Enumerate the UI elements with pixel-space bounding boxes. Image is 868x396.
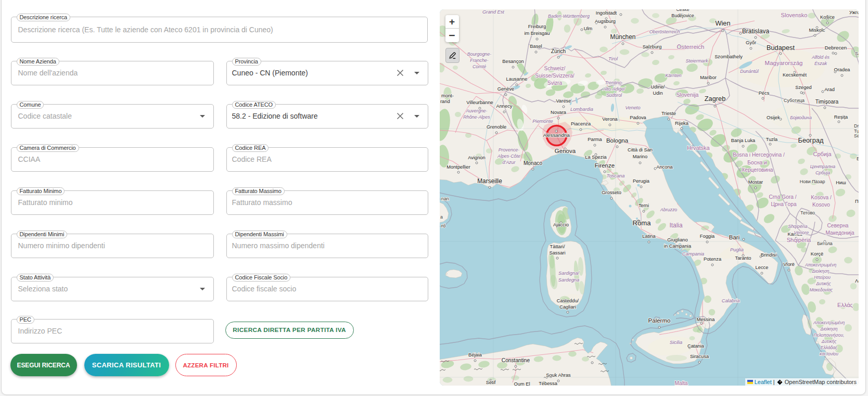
svg-text:Timișoara: Timișoara bbox=[815, 99, 839, 105]
svg-text:Cagliari: Cagliari bbox=[559, 304, 576, 310]
svg-text:Δυτικής: Δυτικής bbox=[821, 339, 837, 344]
svg-text:Banja Luka: Banja Luka bbox=[731, 138, 756, 143]
svg-text:Auvergne-: Auvergne- bbox=[466, 108, 488, 113]
svg-text:Miskolc: Miskolc bbox=[809, 28, 825, 33]
svg-text:Catania: Catania bbox=[687, 343, 705, 349]
svg-text:Montpellier: Montpellier bbox=[446, 164, 470, 170]
svg-text:Besançon: Besançon bbox=[502, 59, 524, 64]
svg-text:Μακεδονίας: Μακεδονίας bbox=[810, 287, 833, 292]
svg-text:Salzburg: Salzburg bbox=[643, 44, 662, 49]
svg-text:Città di San: Città di San bbox=[628, 147, 653, 152]
svg-text:Osijek: Osijek bbox=[767, 115, 780, 120]
svg-text:Ceske: Ceske bbox=[676, 9, 689, 12]
svg-text:Pécs: Pécs bbox=[759, 91, 770, 96]
svg-text:Tirol: Tirol bbox=[608, 56, 618, 61]
svg-text:Verona: Verona bbox=[602, 117, 618, 122]
svg-text:Marseille: Marseille bbox=[477, 177, 502, 185]
svg-text:Potenza: Potenza bbox=[704, 257, 722, 262]
svg-text:Drob: Drob bbox=[854, 123, 859, 129]
svg-text:Ajaccio: Ajaccio bbox=[553, 222, 569, 227]
svg-text:Padova: Padova bbox=[630, 115, 646, 120]
svg-text:Szeged: Szeged bbox=[795, 85, 812, 90]
svg-text:Parma: Parma bbox=[588, 137, 602, 142]
svg-text:Crna Gora /: Crna Gora / bbox=[769, 194, 796, 200]
svg-text:Perugia: Perugia bbox=[633, 178, 650, 184]
svg-text:Αποκεντρωμένη: Αποκεντρωμένη bbox=[805, 262, 837, 267]
svg-text:Toscana: Toscana bbox=[607, 173, 625, 178]
svg-text:Foggia: Foggia bbox=[700, 234, 715, 239]
svg-text:Србија: Србија bbox=[813, 151, 832, 157]
svg-text:Casteddu/: Casteddu/ bbox=[557, 298, 579, 303]
svg-text:Genève: Genève bbox=[497, 86, 515, 92]
svg-text:Roma: Roma bbox=[632, 219, 651, 227]
svg-text:Суботица: Суботица bbox=[784, 98, 805, 103]
svg-text:Piacenza: Piacenza bbox=[571, 121, 591, 126]
svg-text:Alföld és: Alföld és bbox=[811, 55, 830, 60]
svg-text:Централна: Централна bbox=[810, 164, 835, 169]
svg-text:Magyarország: Magyarország bbox=[765, 60, 803, 66]
svg-text:Македонија: Македонија bbox=[825, 230, 854, 236]
svg-text:Bosna i Hercegovina /: Bosna i Hercegovina / bbox=[733, 152, 785, 158]
svg-text:Schweiz/: Schweiz/ bbox=[544, 66, 566, 71]
svg-text:Alessandria: Alessandria bbox=[543, 132, 570, 138]
svg-text:Sassari: Sassari bbox=[549, 250, 565, 256]
svg-text:Košice: Košice bbox=[820, 15, 835, 20]
svg-text:mont-: mont- bbox=[441, 93, 454, 98]
svg-text:Veriore: Veriore bbox=[794, 230, 809, 235]
svg-text:Bourgogne-: Bourgogne- bbox=[467, 52, 491, 57]
svg-text:Avignon: Avignon bbox=[468, 155, 485, 160]
svg-text:Kecskemét: Kecskemét bbox=[783, 72, 807, 78]
svg-text:Trentino-: Trentino- bbox=[605, 80, 623, 85]
svg-text:Бојводина: Бојводина bbox=[790, 115, 812, 120]
svg-text:Piemonte: Piemonte bbox=[532, 119, 553, 124]
svg-text:Giugliano: Giugliano bbox=[667, 237, 687, 242]
svg-text:Босна и: Босна и bbox=[747, 160, 767, 165]
svg-text:Campania: Campania bbox=[682, 251, 704, 257]
svg-text:Србија: Србија bbox=[815, 170, 830, 175]
svg-text:Südtirol: Südtirol bbox=[606, 93, 622, 98]
svg-text:Lausanne: Lausanne bbox=[506, 76, 528, 82]
svg-text:Tuzla: Tuzla bbox=[766, 137, 778, 142]
svg-text:Bari: Bari bbox=[729, 234, 739, 240]
svg-text:Provence-: Provence- bbox=[499, 147, 519, 152]
svg-text:Hrvatska: Hrvatska bbox=[687, 145, 710, 151]
svg-text:Terni: Terni bbox=[639, 203, 649, 208]
svg-text:Grenoble: Grenoble bbox=[487, 124, 506, 130]
svg-text:Alto Adige/: Alto Adige/ bbox=[603, 86, 626, 92]
svg-text:Lecce: Lecce bbox=[756, 265, 769, 270]
svg-text:Kosova /: Kosova / bbox=[811, 195, 832, 200]
svg-text:Ulm: Ulm bbox=[584, 26, 593, 31]
svg-text:Svizra: Svizra bbox=[547, 80, 563, 86]
svg-text:Malta: Malta bbox=[675, 380, 688, 386]
svg-text:Annecy: Annecy bbox=[496, 104, 512, 109]
svg-text:Sétif: Sétif bbox=[486, 380, 496, 385]
svg-text:La Spezia: La Spezia bbox=[585, 155, 607, 160]
svg-text:Italia: Italia bbox=[669, 222, 683, 229]
svg-text:Latina: Latina bbox=[642, 234, 656, 239]
svg-text:nan: nan bbox=[441, 196, 449, 201]
svg-text:Lombardia: Lombardia bbox=[570, 107, 593, 112]
svg-text:Kärnten: Kärnten bbox=[665, 73, 681, 78]
svg-text:Győr: Győr bbox=[746, 40, 756, 45]
svg-text:και Ιονίου: και Ιονίου bbox=[820, 351, 838, 356]
svg-text:im Breisgau: im Breisgau bbox=[524, 31, 550, 36]
svg-text:Maribor: Maribor bbox=[700, 75, 717, 80]
svg-text:Tàttari/: Tàttari/ bbox=[550, 244, 565, 249]
svg-text:Reșița: Reșița bbox=[834, 114, 848, 120]
svg-text:Tébessa: Tébessa bbox=[539, 381, 557, 386]
svg-text:Abruzzo: Abruzzo bbox=[660, 207, 678, 212]
svg-text:Villeurbanne: Villeurbanne bbox=[466, 100, 493, 105]
svg-text:Augsburg: Augsburg bbox=[595, 19, 616, 24]
svg-text:Monaco: Monaco bbox=[524, 160, 543, 166]
svg-text:Suisse/Svizzera/: Suisse/Svizzera/ bbox=[535, 73, 574, 79]
svg-text:Comté: Comté bbox=[473, 64, 486, 69]
svg-text:Црна Гора: Црна Гора bbox=[771, 201, 796, 207]
svg-text:Korçë: Korçë bbox=[811, 251, 823, 257]
svg-text:Нови Пазар: Нови Пазар bbox=[800, 179, 825, 184]
svg-text:Rijeka: Rijeka bbox=[675, 121, 689, 126]
svg-text:Varese: Varese bbox=[556, 98, 571, 104]
svg-text:in Campania: in Campania bbox=[664, 244, 692, 249]
svg-text:Ужгоро: Ужгоро bbox=[849, 10, 859, 15]
svg-text:Zürich: Zürich bbox=[551, 48, 566, 54]
svg-text:Северна: Северна bbox=[827, 223, 849, 228]
